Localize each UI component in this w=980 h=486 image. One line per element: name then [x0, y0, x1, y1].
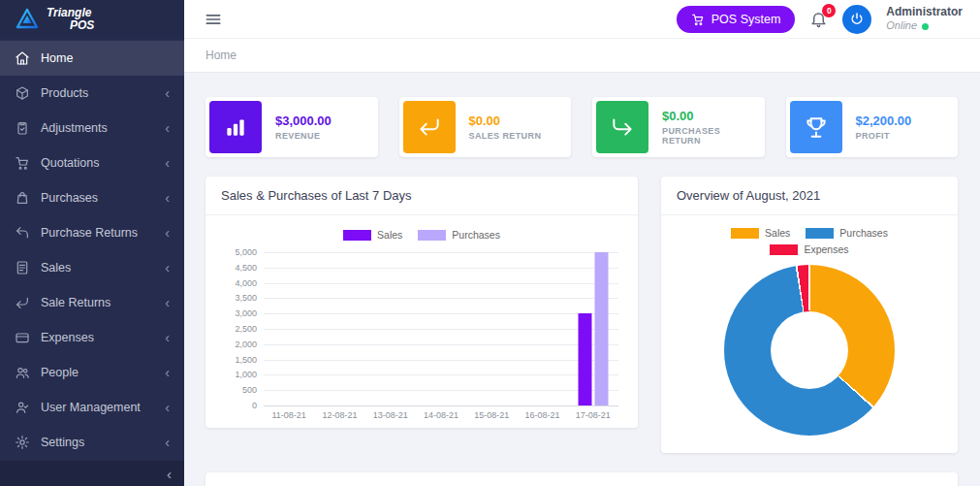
stat-text: $3,000.00REVENUE: [275, 113, 332, 141]
x-axis-label: 12-08-21: [314, 410, 364, 420]
triangle-pos-logo-icon: [16, 8, 39, 31]
legend-label: Sales: [377, 229, 402, 241]
sidebar-item-label: Purchase Returns: [41, 226, 138, 240]
user-meta[interactable]: Administrator Online: [886, 5, 966, 33]
bar-chart-plot: 05001,0001,5002,0002,5003,0003,5004,0004…: [264, 252, 618, 405]
legend-label: Purchases: [452, 229, 500, 241]
bar-sales-17-08-21: [578, 313, 591, 405]
sidebar-item-expenses[interactable]: Expenses‹: [0, 320, 184, 355]
revenue-chart-icon: [223, 114, 248, 140]
chevron-icon: ‹: [165, 156, 170, 170]
y-axis-label: 3,000: [218, 308, 257, 318]
sidebar-item-user-management[interactable]: User Management‹: [0, 390, 184, 425]
user-name: Administrator: [886, 5, 963, 19]
sidebar-item-label: Products: [41, 86, 88, 100]
gridline: [264, 390, 618, 391]
gridline: [264, 283, 618, 284]
chevron-icon: ‹: [165, 261, 170, 275]
purchases-icon: [15, 190, 30, 206]
sidebar-item-products[interactable]: Products‹: [0, 76, 184, 111]
sidebar-item-sales[interactable]: Sales‹: [0, 250, 184, 285]
chevron-icon: ‹: [165, 121, 170, 135]
legend-swatch: [731, 228, 759, 239]
overview-chart-card: Overview of August, 2021 SalesPurchasesE…: [661, 177, 958, 453]
chevron-icon: ‹: [165, 296, 170, 309]
legend-item-expenses[interactable]: Expenses: [770, 243, 848, 255]
gridline: [264, 313, 618, 314]
legend-item-purchases[interactable]: Purchases: [806, 227, 888, 239]
user-avatar[interactable]: [842, 5, 871, 34]
stats-row: $3,000.00REVENUE$0.00SALES RETURN$0.00PU…: [205, 97, 958, 157]
legend-item-sales[interactable]: Sales: [343, 229, 402, 241]
profit-icon: [804, 114, 829, 140]
y-axis-label: 3,500: [218, 293, 257, 303]
pos-system-button[interactable]: POS System: [677, 6, 796, 33]
sidebar-item-label: Home: [41, 51, 73, 65]
sidebar-item-purchases[interactable]: Purchases‹: [0, 180, 184, 215]
bar-chart-legend: SalesPurchases: [219, 229, 624, 241]
sidebar-nav: HomeProducts‹Adjustments‹Quotations‹Purc…: [0, 39, 184, 461]
revenue-chart-icon: [209, 101, 262, 153]
sidebar-item-label: Purchases: [41, 191, 98, 205]
sidebar-item-people[interactable]: People‹: [0, 355, 184, 390]
sidebar-item-home[interactable]: Home: [0, 41, 184, 76]
gridline: [264, 405, 618, 406]
sales-icon: [15, 260, 30, 275]
y-axis-label: 2,000: [218, 340, 257, 349]
legend-item-sales[interactable]: Sales: [731, 227, 790, 239]
legend-swatch: [806, 228, 834, 239]
sidebar-item-quotations[interactable]: Quotations‹: [0, 146, 184, 180]
app-logo: Triangle POS: [0, 0, 184, 39]
chevron-icon: ‹: [165, 86, 170, 100]
sidebar-item-settings[interactable]: Settings‹: [0, 425, 184, 460]
x-axis-label: 13-08-21: [365, 410, 416, 420]
sidebar-item-purchase-returns[interactable]: Purchase Returns‹: [0, 215, 184, 250]
notifications-bell-icon[interactable]: 0: [809, 10, 828, 28]
user-status: Online: [886, 19, 963, 33]
legend-swatch: [418, 230, 446, 241]
y-axis-label: 2,500: [218, 324, 257, 334]
settings-icon: [15, 435, 30, 450]
legend-swatch: [343, 230, 371, 241]
app-root: Triangle POS HomeProducts‹Adjustments‹Qu…: [0, 0, 980, 486]
hamburger-menu-icon[interactable]: [204, 10, 223, 29]
top-header: POS System 0 Administrator: [184, 0, 980, 39]
gridline: [264, 268, 618, 269]
sidebar-item-adjustments[interactable]: Adjustments‹: [0, 111, 184, 146]
sales-purchases-chart-card: Sales & Purchases of Last 7 Days SalesPu…: [205, 177, 638, 428]
chevron-icon: ‹: [165, 366, 170, 379]
stat-amount: $0.00: [662, 109, 761, 123]
y-axis-label: 4,500: [218, 263, 257, 273]
sidebar-item-sale-returns[interactable]: Sale Returns‹: [0, 285, 184, 320]
breadcrumb-home[interactable]: Home: [205, 49, 237, 62]
gridline: [264, 252, 618, 253]
stat-text: $0.00SALES RETURN: [469, 113, 542, 141]
gridline: [264, 360, 618, 361]
sidebar-item-label: Settings: [41, 436, 84, 449]
gridline: [264, 329, 618, 330]
sidebar-collapse-button[interactable]: ‹: [0, 461, 184, 486]
y-axis-label: 4,000: [218, 278, 257, 288]
gridline: [264, 298, 618, 299]
sidebar-item-label: People: [41, 366, 79, 379]
donut-chart-body: SalesPurchasesExpenses: [661, 215, 958, 453]
bar-chart-x-axis: 11-08-2112-08-2113-08-2114-08-2115-08-21…: [264, 410, 618, 420]
purchases-return-icon: [610, 114, 635, 140]
sale-returns-icon: [15, 295, 30, 310]
doughnut-chart: [724, 265, 895, 436]
stat-text: $2,200.00PROFIT: [856, 113, 912, 141]
stat-card-revenue: $3,000.00REVENUE: [205, 97, 378, 157]
partial-bottom-card: [205, 472, 958, 486]
quotations-icon: [15, 155, 30, 171]
y-axis-label: 1,500: [218, 355, 257, 365]
power-icon: [849, 12, 865, 27]
people-icon: [15, 365, 30, 380]
pos-system-label: POS System: [711, 13, 781, 26]
legend-label: Expenses: [804, 243, 848, 255]
donut-chart-title: Overview of August, 2021: [661, 177, 958, 215]
chevron-icon: ‹: [165, 331, 170, 344]
stat-card-sales-return: $0.00SALES RETURN: [399, 97, 572, 157]
legend-item-purchases[interactable]: Purchases: [418, 229, 500, 241]
stat-card-profit: $2,200.00PROFIT: [786, 97, 959, 157]
sidebar-item-label: Adjustments: [41, 121, 108, 135]
